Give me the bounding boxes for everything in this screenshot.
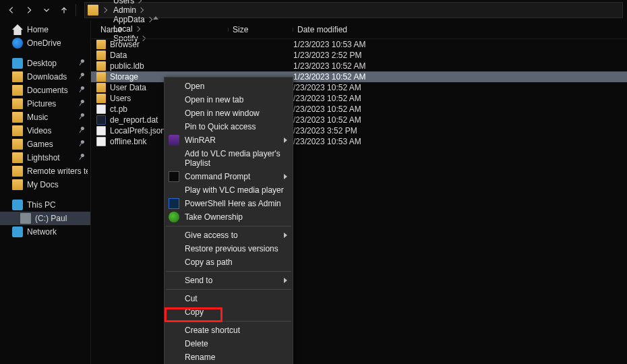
- column-headers[interactable]: Name Size Date modified: [91, 20, 627, 39]
- menu-item-label: Take Ownership: [185, 212, 243, 222]
- file-icon: [96, 115, 106, 125]
- context-menu-item[interactable]: Play with VLC media player: [165, 183, 293, 197]
- sidebar-item[interactable]: (C:) Paul: [0, 212, 90, 225]
- file-date: /23/2023 3:52 PM: [293, 126, 627, 135]
- breadcrumb-segment[interactable]: Admin: [111, 5, 154, 15]
- monitor-icon: [12, 58, 23, 69]
- menu-item-label: Cut: [185, 294, 198, 303]
- column-name[interactable]: Name: [96, 25, 229, 34]
- sidebar-item[interactable]: Games: [0, 138, 90, 151]
- folder-icon: [96, 83, 106, 92]
- file-date: /23/2023 10:53 AM: [293, 137, 627, 146]
- menu-item-label: Create shortcut: [185, 326, 240, 335]
- chevron-right-icon: [284, 174, 287, 179]
- menu-item-label: Copy: [185, 307, 204, 317]
- toolbar: This PC(C:) PaulUsersAdminAppDataLocalSp…: [0, 0, 627, 20]
- sidebar-item[interactable]: Lightshot: [0, 151, 90, 164]
- file-date: 1/23/2023 10:52 AM: [293, 61, 627, 71]
- context-menu-item[interactable]: Create shortcut: [165, 324, 293, 337]
- sidebar-item-label: OneDrive: [27, 38, 61, 48]
- file-row[interactable]: Browser1/23/2023 10:53 AM: [91, 39, 627, 50]
- recent-button[interactable]: [39, 3, 54, 18]
- menu-item-label: WinRAR: [185, 135, 216, 145]
- folder-icon: [12, 85, 23, 96]
- context-menu-item[interactable]: Pin to Quick access: [165, 120, 293, 133]
- context-menu: OpenOpen in new tabOpen in new windowPin…: [164, 77, 293, 364]
- file-date: 1/23/2023 10:52 AM: [293, 72, 627, 82]
- sidebar-item[interactable]: My Docs: [0, 178, 90, 191]
- sidebar-item-label: My Docs: [27, 180, 59, 189]
- context-menu-item[interactable]: Command Prompt: [165, 170, 293, 183]
- context-menu-item[interactable]: Open in new tab: [165, 93, 293, 107]
- menu-separator: [166, 271, 291, 272]
- sidebar-item-label: Pictures: [27, 99, 56, 109]
- sidebar-item[interactable]: Home: [0, 23, 90, 36]
- forward-button[interactable]: [22, 3, 36, 18]
- column-date[interactable]: Date modified: [293, 25, 627, 34]
- folder-icon: [12, 152, 23, 163]
- cmd-icon: [169, 171, 179, 182]
- context-menu-item[interactable]: Cut: [165, 292, 293, 305]
- up-button[interactable]: [57, 3, 71, 18]
- sidebar-item-label: (C:) Paul: [35, 214, 67, 223]
- file-row[interactable]: Data1/23/2023 2:52 PM: [91, 50, 627, 61]
- monitor-icon: [12, 200, 23, 210]
- music-icon: [12, 112, 23, 123]
- sidebar-item-label: Lightshot: [27, 153, 60, 162]
- folder-icon: [12, 139, 23, 150]
- context-menu-item[interactable]: PowerShell Here as Admin: [165, 197, 293, 210]
- sidebar-item[interactable]: Downloads: [0, 70, 90, 84]
- menu-item-label: Give access to: [185, 231, 238, 240]
- pin-icon: [78, 153, 88, 162]
- file-name: LocalPrefs.json: [110, 126, 165, 135]
- folder-icon: [96, 94, 106, 103]
- menu-item-label: Pin to Quick access: [185, 122, 256, 131]
- file-icon: [96, 137, 106, 146]
- context-menu-item[interactable]: Give access to: [165, 229, 293, 242]
- folder-icon: [96, 40, 106, 49]
- file-row[interactable]: public.ldb1/23/2023 10:52 AM: [91, 61, 627, 71]
- context-menu-item[interactable]: Open in new window: [165, 107, 293, 120]
- folder-icon: [12, 179, 23, 190]
- chevron-right-icon: [102, 7, 107, 13]
- context-menu-item[interactable]: Copy as path: [165, 255, 293, 269]
- menu-item-label: Play with VLC media player: [185, 185, 284, 195]
- context-menu-item[interactable]: Take Ownership: [165, 210, 293, 224]
- context-menu-item[interactable]: Rename: [165, 351, 293, 364]
- menu-item-label: Open: [185, 82, 204, 91]
- file-name: de_report.dat: [110, 115, 158, 125]
- sidebar-item[interactable]: Desktop: [0, 57, 90, 70]
- folder-icon: [88, 5, 98, 16]
- context-menu-item[interactable]: Restore previous versions: [165, 242, 293, 255]
- sidebar-item[interactable]: Documents: [0, 84, 90, 97]
- context-menu-item[interactable]: Open: [165, 80, 293, 93]
- file-date: 1/23/2023 2:52 PM: [293, 51, 627, 60]
- column-size[interactable]: Size: [229, 25, 293, 34]
- sidebar-item[interactable]: Videos: [0, 124, 90, 138]
- context-menu-item[interactable]: Send to: [165, 274, 293, 287]
- sidebar-item[interactable]: OneDrive: [0, 36, 90, 50]
- pin-icon: [78, 72, 88, 82]
- file-icon: [96, 104, 106, 114]
- context-menu-item[interactable]: Add to VLC media player's Playlist: [165, 147, 293, 170]
- ps-icon: [169, 198, 179, 209]
- breadcrumb-segment[interactable]: Users: [111, 0, 154, 5]
- address-bar[interactable]: This PC(C:) PaulUsersAdminAppDataLocalSp…: [84, 2, 623, 18]
- context-menu-item[interactable]: WinRAR: [165, 133, 293, 147]
- chevron-right-icon: [138, 7, 144, 13]
- sidebar-item-label: Downloads: [27, 72, 67, 82]
- file-name: ct.pb: [110, 104, 127, 114]
- sidebar-item[interactable]: Remote writers tech: [0, 164, 90, 178]
- sidebar-item[interactable]: Network: [0, 225, 90, 239]
- context-menu-item[interactable]: Delete: [165, 337, 293, 351]
- file-date: /23/2023 10:52 AM: [293, 83, 627, 92]
- file-date: /23/2023 10:52 AM: [293, 115, 627, 125]
- menu-item-label: Rename: [185, 353, 215, 362]
- file-name: User Data: [110, 83, 146, 92]
- file-name: public.ldb: [110, 61, 144, 71]
- sidebar-item[interactable]: This PC: [0, 198, 90, 212]
- context-menu-item[interactable]: Copy: [165, 305, 293, 319]
- sidebar-item[interactable]: Music: [0, 111, 90, 124]
- sidebar-item[interactable]: Pictures: [0, 97, 90, 111]
- back-button[interactable]: [4, 3, 19, 18]
